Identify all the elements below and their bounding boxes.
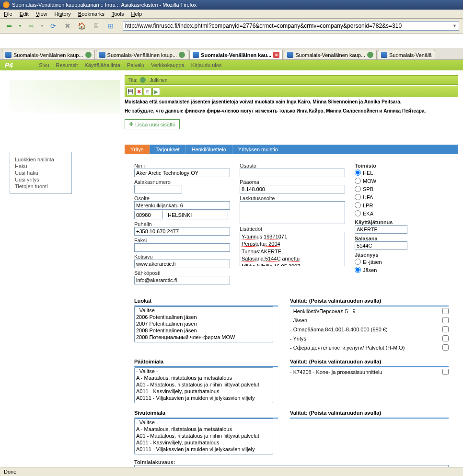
window-title: Suomalais-Venäläinen kauppakamari :: Int…	[12, 2, 197, 8]
menu-help[interactable]: Help	[131, 11, 142, 17]
add-content-button[interactable]: ✚ Lisää uusi sisältö	[125, 119, 180, 129]
browser-tabs: Suomalais-Venäläinen kaup... Suomalais-V…	[0, 48, 463, 60]
input-osoite-city[interactable]	[166, 211, 228, 219]
tab-close-icon[interactable]: ✕	[273, 52, 279, 58]
radio-jäsen[interactable]	[355, 267, 361, 273]
check-icon	[140, 77, 146, 83]
sidebar-item[interactable]: Tietojen tuonti	[15, 183, 67, 190]
browser-tab[interactable]: Suomalais-Venäläinen kaup...	[96, 50, 189, 59]
label-kayttajatunnus: Käyttäjätunnus	[355, 219, 431, 225]
tab-favicon	[99, 52, 105, 58]
browser-tab[interactable]: Suomalais-Venälä	[378, 50, 435, 59]
header-luokat: Luokat	[134, 296, 278, 306]
tab-muistio[interactable]: Yrityksen muistio	[232, 145, 284, 154]
back-button[interactable]: ⬅	[4, 21, 14, 31]
action-buttons: 💾 ✖ ⎘ ▶	[125, 86, 458, 97]
menu-view[interactable]: View	[36, 11, 47, 17]
select-luokat[interactable]: - Valitse -2006 Potentiaalinen jäsen2007…	[134, 306, 273, 342]
tab-henkiloluettelo[interactable]: Henkilöluettelo	[186, 145, 232, 154]
nav-verkkokauppa[interactable]: Verkkokauppa	[151, 62, 185, 68]
tab-tarjoukset[interactable]: Tarjoukset	[150, 145, 186, 154]
browser-tab[interactable]: Suomalais-Venäläinen kaup...	[2, 50, 95, 59]
radio-eka[interactable]	[355, 210, 361, 216]
input-osoite-zip[interactable]	[134, 211, 163, 219]
browser-tab[interactable]: Suomalais-Venäläinen kaup...	[284, 50, 377, 59]
input-kayttajatunnus[interactable]	[355, 225, 407, 234]
radio-lpr[interactable]	[355, 202, 361, 208]
nav-logout[interactable]: Kirjaudu ulos	[191, 62, 222, 68]
input-sahkoposti[interactable]	[134, 276, 230, 284]
menu-bookmarks[interactable]: Bookmarks	[78, 11, 104, 17]
app-nav-bar: P4 Sivu Resurssit Käyttäjähallinta Palve…	[0, 60, 463, 70]
reload-button[interactable]: ⟳	[48, 21, 58, 31]
menu-tools[interactable]: Tools	[112, 11, 124, 17]
select-sivutoimiala[interactable]: - Valitse -A - Maatalous, riistatalous j…	[134, 419, 273, 454]
nav-kayttajahallinta[interactable]: Käyttäjähallinta	[84, 62, 120, 68]
selected-item: - Jäsen	[290, 316, 449, 325]
next-button[interactable]: ▶	[152, 88, 160, 95]
plus-icon: ✚	[129, 121, 133, 127]
tab-reload-icon[interactable]	[367, 52, 373, 58]
nav-sivu[interactable]: Sivu	[39, 62, 49, 68]
radio-spb[interactable]	[355, 186, 361, 192]
remove-checkbox[interactable]	[442, 369, 449, 375]
input-salasana[interactable]	[355, 241, 407, 250]
print-button[interactable]: 🖶	[91, 21, 102, 31]
tab-favicon	[5, 52, 12, 58]
new-tab-button[interactable]: ⊞	[105, 21, 116, 31]
nav-resurssit[interactable]: Resurssit	[56, 62, 78, 68]
tab-favicon	[193, 52, 199, 58]
radio-eijäsen[interactable]	[355, 259, 361, 265]
sidebar-item[interactable]: Uusi haku	[15, 170, 67, 176]
menu-file[interactable]: File	[4, 11, 12, 17]
input-puhelin[interactable]	[134, 227, 230, 236]
url-dropdown-icon[interactable]: ▼	[452, 23, 457, 28]
selected-item: - Yritys	[290, 334, 449, 343]
sidebar-item[interactable]: Luokkien hallinta	[15, 156, 67, 163]
label-laskutusosoite: Laskutusosoite	[240, 195, 345, 201]
sidebar-item[interactable]: Uusi yritys	[15, 176, 67, 183]
input-paaoma[interactable]	[240, 185, 345, 193]
header-valitut-sivu: Valitut: (Poista valintaruudun avulla)	[290, 408, 449, 419]
menu-bar: File Edit View History Bookmarks Tools H…	[0, 10, 463, 19]
input-osoite-street[interactable]	[134, 201, 230, 210]
tab-reload-icon[interactable]	[179, 52, 185, 58]
menu-history[interactable]: History	[55, 11, 71, 17]
tab-yritys[interactable]: Yritys	[125, 145, 150, 154]
firefox-icon	[3, 1, 10, 8]
input-osasto[interactable]	[240, 169, 345, 177]
input-laskutusosoite[interactable]	[240, 201, 345, 224]
remove-checkbox[interactable]	[442, 308, 449, 314]
label-jasenyys: Jäsenyys	[355, 252, 431, 258]
sidebar-item[interactable]: Haku	[15, 163, 67, 170]
delete-button[interactable]: ✖	[135, 88, 143, 95]
remove-checkbox[interactable]	[442, 326, 449, 332]
radio-ufa[interactable]	[355, 194, 361, 200]
remove-checkbox[interactable]	[442, 344, 449, 351]
url-bar[interactable]: ▼	[123, 21, 459, 31]
radio-hel[interactable]	[355, 170, 361, 176]
remove-checkbox[interactable]	[442, 317, 449, 323]
label-faksi: Faksi	[134, 238, 230, 243]
menu-edit[interactable]: Edit	[20, 11, 29, 17]
remove-checkbox[interactable]	[442, 335, 449, 341]
lisatiedot-box[interactable]: Y-tunnus 19371071 Perustettu: 2004 Tunnu…	[240, 232, 345, 266]
browser-tab-active[interactable]: Suomalais-Venäläinen kau...✕	[189, 50, 283, 59]
divider	[125, 143, 458, 143]
radio-mow[interactable]	[355, 178, 361, 184]
decorative-swoosh	[10, 80, 120, 113]
nav-palvelu[interactable]: Palvelu	[127, 62, 144, 68]
input-asiakasnumero[interactable]	[134, 185, 182, 193]
tab-reload-icon[interactable]	[85, 52, 92, 58]
url-input[interactable]	[125, 23, 451, 29]
save-button[interactable]: 💾	[127, 88, 134, 95]
home-button[interactable]: 🏠	[77, 21, 87, 31]
input-faksi[interactable]	[134, 243, 230, 252]
input-kotisivu[interactable]	[134, 260, 230, 268]
label-toimisto: Toimisto	[355, 163, 431, 169]
input-nimi[interactable]	[134, 169, 230, 177]
copy-button[interactable]: ⎘	[144, 88, 151, 95]
select-paatoimiala[interactable]: - Valitse -A - Maatalous, riistatalous j…	[134, 367, 273, 403]
label-paaoma: Pääoma	[240, 179, 345, 185]
label-lisatiedot: Lisätiedot	[240, 226, 345, 232]
